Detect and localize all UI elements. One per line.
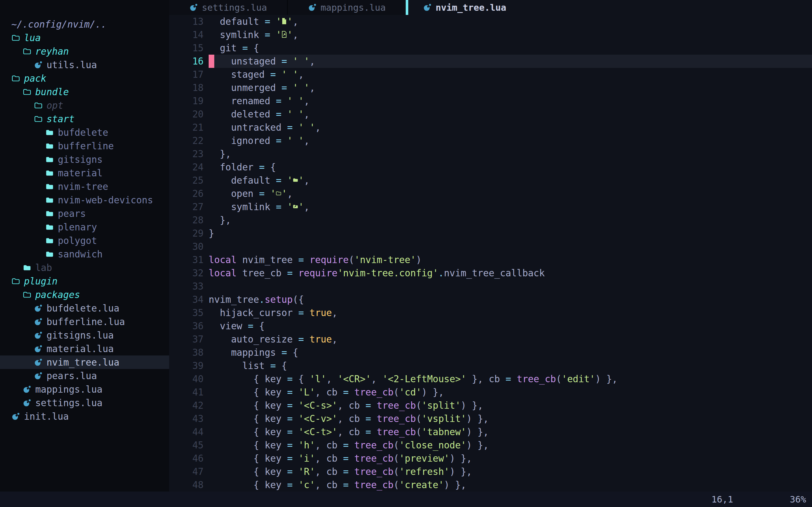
code-text xyxy=(209,240,812,253)
tree-item-plugin[interactable]: plugin xyxy=(0,274,169,288)
tree-item-init.lua[interactable]: init.lua xyxy=(0,409,169,423)
tree-item-label: nvim-web-devicons xyxy=(58,194,153,206)
nvim-tree-sidebar[interactable]: ~/.config/nvim/.. luareyhanutils.luapack… xyxy=(0,0,169,492)
tree-item-nvim-web-devicons[interactable]: nvim-web-devicons xyxy=(0,193,169,207)
tree-item-start[interactable]: start xyxy=(0,112,169,126)
code-token: ) }, xyxy=(449,466,472,477)
code-token: = xyxy=(287,122,298,133)
tree-item-mappings.lua[interactable]: mappings.lua xyxy=(0,383,169,396)
code-area[interactable]: 13 default = '',14 symlink = '',15 git =… xyxy=(169,15,812,492)
code-line-41[interactable]: 41 { key = 'L', cb = tree_cb('cd') }, xyxy=(169,386,812,399)
lua-icon xyxy=(34,60,43,69)
code-token: '<2-LeftMouse>' xyxy=(382,374,466,385)
code-token: , xyxy=(315,122,321,133)
tab-nvim_tree.lua[interactable]: nvim_tree.lua xyxy=(408,0,540,15)
code-token: { xyxy=(259,321,265,332)
code-token: = xyxy=(282,56,293,67)
code-line-39[interactable]: 39 list = { xyxy=(169,359,812,372)
folder-open-icon xyxy=(11,33,20,42)
code-line-38[interactable]: 38 mappings = { xyxy=(169,346,812,359)
code-token: , xyxy=(293,29,298,40)
tree-item-gitsigns[interactable]: gitsigns xyxy=(0,153,169,166)
code-line-35[interactable]: 35 hijack_cursor = true, xyxy=(169,306,812,320)
code-line-45[interactable]: 45 { key = 'h', cb = tree_cb('close_node… xyxy=(169,439,812,452)
code-line-32[interactable]: 32local tree_cb = require'nvim-tree.conf… xyxy=(169,267,812,280)
tab-mappings.lua[interactable]: mappings.lua xyxy=(287,0,406,15)
code-line-18[interactable]: 18 unmerged = '', xyxy=(169,81,812,94)
code-line-33[interactable]: 33 xyxy=(169,280,812,293)
code-line-43[interactable]: 43 { key = '<C-v>', cb = tree_cb('vsplit… xyxy=(169,412,812,425)
tree-item-bufdelete.lua[interactable]: bufdelete.lua xyxy=(0,301,169,315)
line-number: 39 xyxy=(169,359,209,372)
code-line-48[interactable]: 48 { key = 'c', cb = tree_cb('create') }… xyxy=(169,478,812,492)
tree-item-nvim_tree.lua[interactable]: nvim_tree.lua xyxy=(0,355,169,369)
tree-item-lab[interactable]: lab xyxy=(0,261,169,274)
tree-item-reyhan[interactable]: reyhan xyxy=(0,45,169,58)
code-line-27[interactable]: 27 symlink = '', xyxy=(169,200,812,214)
tab-settings.lua[interactable]: settings.lua xyxy=(169,0,287,15)
code-line-37[interactable]: 37 auto_resize = true, xyxy=(169,333,812,346)
tree-item-nvim-tree[interactable]: nvim-tree xyxy=(0,180,169,193)
tree-item-bufferline.lua[interactable]: bufferline.lua xyxy=(0,315,169,328)
code-line-31[interactable]: 31local nvim_tree = require('nvim-tree') xyxy=(169,253,812,267)
code-line-25[interactable]: 25 default = '', xyxy=(169,174,812,187)
code-line-24[interactable]: 24 folder = { xyxy=(169,161,812,174)
code-line-42[interactable]: 42 { key = '<C-s>', cb = tree_cb('split'… xyxy=(169,399,812,412)
lua-icon xyxy=(34,371,43,380)
tree-item-bufdelete[interactable]: bufdelete xyxy=(0,126,169,139)
code-token: { key xyxy=(209,413,287,424)
code-line-46[interactable]: 46 { key = 'i', cb = tree_cb('preview') … xyxy=(169,452,812,465)
code-token: tree_cb xyxy=(354,440,394,451)
code-text: default = '', xyxy=(209,15,812,28)
code-token: 'h' xyxy=(298,440,315,451)
code-line-13[interactable]: 13 default = '', xyxy=(169,15,812,28)
tree-item-bundle[interactable]: bundle xyxy=(0,85,169,99)
code-line-20[interactable]: 20 deleted = '', xyxy=(169,108,812,121)
tree-item-opt[interactable]: opt xyxy=(0,99,169,112)
code-line-21[interactable]: 21 untracked = '', xyxy=(169,121,812,134)
code-text: auto_resize = true, xyxy=(209,333,812,346)
tree-item-label: utils.lua xyxy=(47,59,97,70)
code-line-26[interactable]: 26 open = '', xyxy=(169,187,812,200)
code-line-30[interactable]: 30 xyxy=(169,240,812,253)
code-line-19[interactable]: 19 renamed = '', xyxy=(169,94,812,108)
tree-item-plenary[interactable]: plenary xyxy=(0,220,169,234)
line-number: 46 xyxy=(169,452,209,465)
tree-item-packages[interactable]: packages xyxy=(0,288,169,301)
code-line-23[interactable]: 23 }, xyxy=(169,147,812,161)
tree-item-utils.lua[interactable]: utils.lua xyxy=(0,58,169,71)
code-line-15[interactable]: 15 git = { xyxy=(169,41,812,55)
tree-item-settings.lua[interactable]: settings.lua xyxy=(0,396,169,409)
tree-item-material.lua[interactable]: material.lua xyxy=(0,342,169,355)
tree-item-pears[interactable]: pears xyxy=(0,207,169,220)
code-line-16[interactable]: 16 unstaged = '', xyxy=(169,55,812,68)
tree-item-material[interactable]: material xyxy=(0,166,169,180)
code-line-40[interactable]: 40 { key = { 'l', '<CR>', '<2-LeftMouse>… xyxy=(169,372,812,386)
tree-item-pears.lua[interactable]: pears.lua xyxy=(0,369,169,383)
code-line-14[interactable]: 14 symlink = '', xyxy=(169,28,812,41)
code-line-22[interactable]: 22 ignored = '', xyxy=(169,134,812,147)
code-line-34[interactable]: 34nvim_tree.setup({ xyxy=(169,293,812,306)
code-text: mappings = { xyxy=(209,346,812,359)
code-line-28[interactable]: 28 }, xyxy=(169,214,812,227)
tree-item-pack[interactable]: pack xyxy=(0,71,169,85)
line-number: 44 xyxy=(169,425,209,439)
code-token: ' xyxy=(287,109,293,120)
code-line-17[interactable]: 17 staged = '', xyxy=(169,68,812,81)
code-token: = xyxy=(343,466,354,477)
code-token: ' xyxy=(276,16,282,27)
code-line-36[interactable]: 36 view = { xyxy=(169,320,812,333)
tree-item-bufferline[interactable]: bufferline xyxy=(0,139,169,153)
code-line-29[interactable]: 29} xyxy=(169,227,812,240)
tree-item-lua[interactable]: lua xyxy=(0,31,169,45)
code-line-44[interactable]: 44 { key = '<C-t>', cb = tree_cb('tabnew… xyxy=(169,425,812,439)
code-line-47[interactable]: 47 { key = 'R', cb = tree_cb('refresh') … xyxy=(169,465,812,478)
tree-item-sandwich[interactable]: sandwich xyxy=(0,247,169,261)
code-token: ( xyxy=(416,427,421,438)
tree-item-label: start xyxy=(47,114,74,124)
tree-item-polygot[interactable]: polygot xyxy=(0,234,169,247)
tree-item-gitsigns.lua[interactable]: gitsigns.lua xyxy=(0,328,169,342)
code-token: true xyxy=(310,307,332,318)
code-text: { key = 'c', cb = tree_cb('create') }, xyxy=(209,478,812,492)
code-token: { key xyxy=(209,453,287,464)
